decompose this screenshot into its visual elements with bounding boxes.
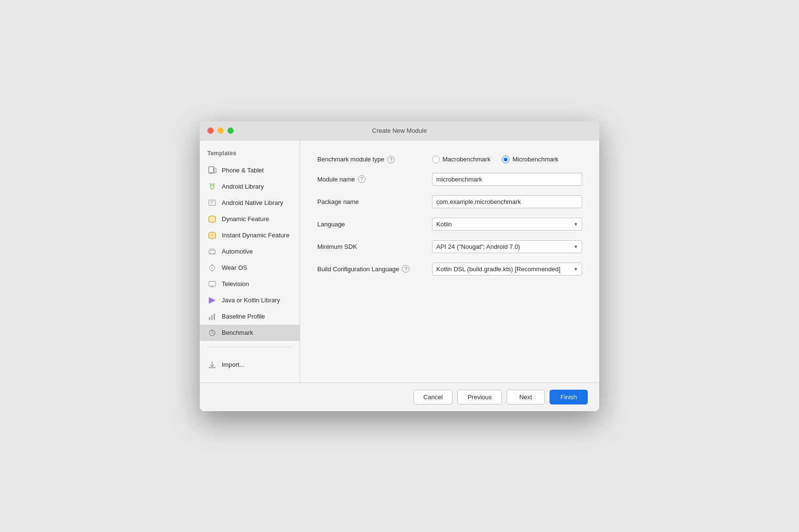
- sidebar-item-phone-tablet[interactable]: Phone & Tablet: [200, 162, 300, 179]
- package-name-input[interactable]: [432, 195, 582, 208]
- sidebar-item-baseline-profile[interactable]: Baseline Profile: [200, 309, 300, 325]
- instant-dynamic-feature-icon: ⚡: [207, 231, 217, 240]
- svg-point-11: [210, 253, 211, 254]
- baseline-profile-icon: [207, 312, 217, 321]
- svg-point-14: [212, 267, 213, 268]
- build-config-help-icon[interactable]: ?: [402, 265, 410, 273]
- import-icon: [207, 360, 217, 370]
- sidebar-item-label: Automotive: [222, 248, 253, 255]
- minimum-sdk-label: Minimum SDK: [317, 243, 432, 250]
- sidebar-item-television[interactable]: Television: [200, 276, 300, 292]
- microbenchmark-radio-dot: [504, 158, 507, 161]
- svg-rect-23: [214, 314, 215, 320]
- sidebar-item-instant-dynamic-feature[interactable]: ⚡ Instant Dynamic Feature: [200, 227, 300, 244]
- close-button[interactable]: [207, 128, 214, 134]
- svg-point-3: [210, 184, 214, 186]
- previous-button[interactable]: Previous: [457, 390, 502, 404]
- phone-tablet-icon: [207, 166, 217, 175]
- sidebar-item-label: Android Library: [222, 183, 264, 190]
- build-config-control: Kotlin DSL (build.gradle.kts) [Recommend…: [432, 263, 582, 276]
- benchmark-module-type-help-icon[interactable]: ?: [387, 156, 395, 163]
- sidebar-item-label: Phone & Tablet: [222, 167, 264, 174]
- build-config-select[interactable]: Kotlin DSL (build.gradle.kts) [Recommend…: [432, 263, 582, 276]
- svg-rect-21: [209, 317, 210, 320]
- create-new-module-dialog: Create New Module Templates Phone & Tabl…: [200, 121, 599, 411]
- minimize-button[interactable]: [217, 128, 224, 134]
- main-content: Benchmark module type ? Macrobenchmark M…: [300, 140, 599, 383]
- sidebar-item-java-kotlin-library[interactable]: Java or Kotlin Library: [200, 292, 300, 309]
- package-name-row: Package name: [317, 195, 582, 208]
- sidebar-item-label: Benchmark: [222, 329, 253, 336]
- svg-marker-20: [209, 297, 216, 304]
- minimum-sdk-select[interactable]: API 21 ("Lollipop"; Android 5.0) API 24 …: [432, 240, 582, 253]
- automotive-icon: [207, 247, 217, 256]
- build-config-label: Build Configuration Language ?: [317, 265, 432, 273]
- android-library-icon: [207, 182, 217, 192]
- finish-button[interactable]: Finish: [550, 390, 588, 404]
- television-icon: [207, 279, 217, 289]
- sidebar-item-dynamic-feature[interactable]: Dynamic Feature: [200, 211, 300, 227]
- module-name-control: [432, 173, 582, 186]
- benchmark-module-type-row: Benchmark module type ? Macrobenchmark M…: [317, 156, 582, 163]
- language-control: Kotlin Java ▼: [432, 218, 582, 231]
- sidebar-item-android-native-library[interactable]: Android Native Library: [200, 195, 300, 211]
- sidebar-item-label: Wear OS: [222, 264, 247, 271]
- svg-point-12: [214, 253, 215, 254]
- build-config-row: Build Configuration Language ? Kotlin DS…: [317, 263, 582, 276]
- kotlin-library-icon: [207, 296, 217, 305]
- next-button[interactable]: Next: [507, 390, 545, 404]
- sidebar-item-label: Instant Dynamic Feature: [222, 232, 290, 239]
- module-name-input[interactable]: [432, 173, 582, 186]
- package-name-control: [432, 195, 582, 208]
- sidebar-item-automotive[interactable]: Automotive: [200, 244, 300, 260]
- macrobenchmark-label: Macrobenchmark: [443, 156, 490, 163]
- module-name-label: Module name ?: [317, 175, 432, 183]
- svg-text:⚡: ⚡: [210, 233, 215, 237]
- svg-line-5: [214, 183, 215, 184]
- sidebar-item-android-library[interactable]: Android Library: [200, 179, 300, 195]
- module-name-row: Module name ?: [317, 173, 582, 186]
- sidebar-item-label: Dynamic Feature: [222, 215, 269, 223]
- sidebar-item-benchmark[interactable]: Benchmark: [200, 325, 300, 341]
- svg-rect-17: [209, 281, 216, 286]
- dynamic-feature-icon: [207, 214, 217, 224]
- wear-os-icon: [207, 263, 217, 273]
- macrobenchmark-radio-circle: [432, 156, 440, 163]
- sidebar-item-label: Baseline Profile: [222, 313, 265, 320]
- dialog-title: Create New Module: [372, 127, 427, 134]
- sidebar-footer: Import...: [200, 353, 300, 373]
- svg-line-4: [210, 183, 211, 184]
- sidebar-item-label: Import...: [222, 361, 245, 368]
- benchmark-icon: [207, 328, 217, 338]
- window-controls: [207, 128, 234, 134]
- microbenchmark-radio-circle: [502, 156, 509, 163]
- language-row: Language Kotlin Java ▼: [317, 218, 582, 231]
- macrobenchmark-radio-option[interactable]: Macrobenchmark: [432, 156, 490, 163]
- language-select[interactable]: Kotlin Java: [432, 218, 582, 231]
- package-name-label: Package name: [317, 198, 432, 205]
- svg-rect-22: [211, 315, 213, 320]
- sidebar-item-label: Android Native Library: [222, 199, 283, 206]
- benchmark-module-type-label: Benchmark module type ?: [317, 156, 432, 163]
- minimum-sdk-row: Minimum SDK API 21 ("Lollipop"; Android …: [317, 240, 582, 253]
- dialog-body: Templates Phone & Tablet: [200, 140, 599, 383]
- maximize-button[interactable]: [227, 128, 234, 134]
- benchmark-module-type-control: Macrobenchmark Microbenchmark: [432, 156, 582, 163]
- minimum-sdk-control: API 21 ("Lollipop"; Android 5.0) API 24 …: [432, 240, 582, 253]
- sidebar: Templates Phone & Tablet: [200, 140, 300, 383]
- language-label: Language: [317, 221, 432, 228]
- sidebar-item-label: Television: [222, 280, 249, 287]
- title-bar: Create New Module: [200, 121, 599, 140]
- sidebar-header: Templates: [200, 150, 300, 162]
- sidebar-item-import[interactable]: Import...: [200, 357, 300, 373]
- sidebar-divider: [207, 347, 292, 347]
- cancel-button[interactable]: Cancel: [413, 390, 453, 404]
- microbenchmark-radio-option[interactable]: Microbenchmark: [502, 156, 558, 163]
- microbenchmark-label: Microbenchmark: [512, 156, 558, 163]
- svg-rect-2: [214, 168, 216, 173]
- sidebar-item-wear-os[interactable]: Wear OS: [200, 260, 300, 276]
- module-name-help-icon[interactable]: ?: [358, 175, 366, 183]
- sidebar-item-label: Java or Kotlin Library: [222, 297, 280, 304]
- dialog-footer: Cancel Previous Next Finish: [200, 383, 599, 411]
- android-native-library-icon: [207, 198, 217, 208]
